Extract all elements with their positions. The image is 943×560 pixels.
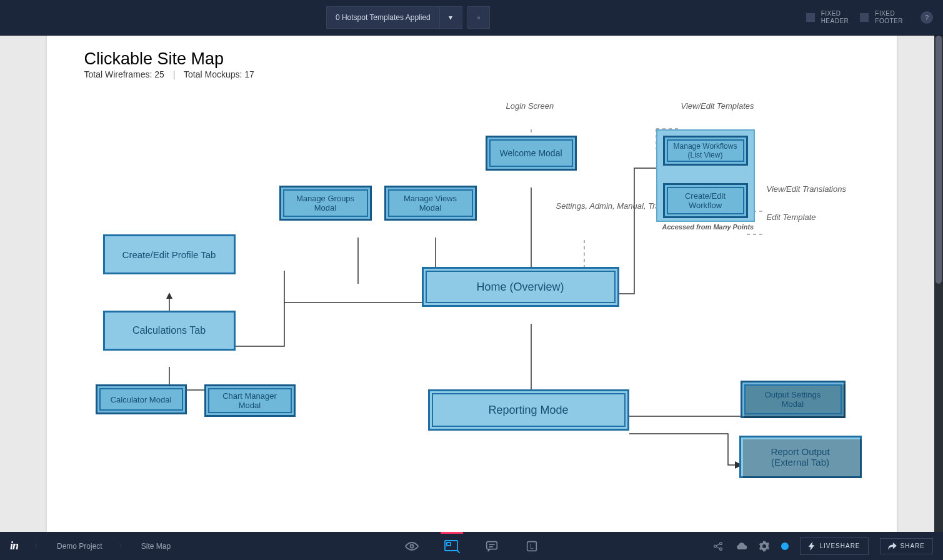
scrollbar-thumb[interactable] [936,36,942,284]
mockups-count: 17 [244,69,254,79]
share-network-icon [712,541,724,552]
node-label: Chart Manager Modal [222,391,277,410]
liveshare-label: LIVESHARE [819,542,860,549]
node-manage-views[interactable]: Manage Views Modal [384,186,477,221]
canvas-viewport[interactable]: Clickable Site Map Total Wireframes: 25 … [0,36,943,532]
note-view-edit-translations: View/Edit Translations [767,184,846,194]
hotspot-icon [444,539,460,553]
node-create-edit-workflow[interactable]: Create/Edit Workflow [663,183,748,218]
timer-button[interactable] [467,6,490,29]
settings-button[interactable] [759,541,770,552]
divider: | [173,69,176,79]
preview-mode-button[interactable] [403,538,421,555]
comment-mode-button[interactable] [483,538,501,555]
node-welcome-modal[interactable]: Welcome Modal [486,136,577,171]
breadcrumb-page[interactable]: Site Map [141,542,171,551]
topbar-center: 0 Hotspot Templates Applied ▾ [326,6,490,29]
topbar-right: FIXED HEADER FIXED FOOTER ? [806,10,933,25]
stopwatch-icon [477,12,481,22]
note-login-screen: Login Screen [506,101,554,111]
chevron-right-icon: 〉 [34,542,41,551]
wireframes-count: 25 [154,69,164,79]
mode-switcher: L [403,538,541,555]
node-label: Create/Edit Profile Tab [122,249,216,260]
node-manage-workflows[interactable]: Manage Workflows (List View) [663,136,748,166]
history-icon: L [525,539,539,553]
node-manage-groups[interactable]: Manage Groups Modal [279,186,372,221]
liveshare-button[interactable]: LIVESHARE [800,538,868,555]
node-label: Calculations Tab [132,325,206,336]
node-home[interactable]: Home (Overview) [422,267,619,307]
node-label: Report Output (External Tab) [771,446,829,468]
svg-line-26 [716,546,720,548]
cloud-icon [735,541,747,551]
chevron-down-icon: ▾ [449,13,452,22]
node-calculator-modal[interactable]: Calculator Modal [96,384,187,414]
svg-marker-10 [166,292,172,299]
cloud-button[interactable] [735,541,747,551]
svg-rect-16 [447,542,451,546]
chevron-right-icon: 〉 [119,542,125,551]
node-calculations-tab[interactable]: Calculations Tab [103,311,236,351]
share-network-button[interactable] [712,541,724,552]
svg-text:L: L [530,542,534,549]
svg-point-14 [410,544,413,548]
node-label: Reporting Mode [488,404,568,417]
share-button[interactable]: SHARE [880,538,933,554]
eye-icon [404,539,419,554]
history-mode-button[interactable]: L [523,538,541,555]
artboard[interactable]: Clickable Site Map Total Wireframes: 25 … [47,36,897,532]
node-label: Welcome Modal [499,148,562,158]
share-label: SHARE [901,542,925,549]
comment-icon [485,539,499,553]
checkbox-icon [806,13,815,22]
help-button[interactable]: ? [921,11,933,24]
wireframes-label: Total Wireframes: [84,69,152,79]
note-accessed-many: Accessed from Many Points [662,223,754,231]
hotspot-templates-dropdown[interactable]: ▾ [440,6,462,29]
hotspot-templates-label: 0 Hotspot Templates Applied [336,13,431,22]
node-label: Manage Views Modal [404,194,457,212]
gear-icon [759,541,770,552]
svg-line-25 [716,544,720,546]
node-label: Home (Overview) [476,281,564,294]
share-arrow-icon [888,542,897,550]
node-label: Output Settings Modal [765,390,821,409]
hotspot-templates-pill[interactable]: 0 Hotspot Templates Applied [326,6,440,29]
topbar: 0 Hotspot Templates Applied ▾ FIXED HEAD… [0,0,943,36]
bolt-icon [808,542,816,551]
fixed-header-toggle[interactable]: FIXED HEADER [806,10,849,25]
page-title: Clickable Site Map [84,49,224,69]
fixed-header-label: FIXED HEADER [821,10,849,25]
invision-logo[interactable]: in [10,539,18,552]
svg-rect-17 [486,541,497,549]
bottombar-right: LIVESHARE SHARE [712,538,933,555]
build-mode-button[interactable] [443,538,461,555]
scrollbar[interactable] [934,36,943,532]
fixed-footer-toggle[interactable]: FIXED FOOTER [860,10,903,25]
help-icon: ? [925,14,929,21]
breadcrumb: in 〉 Demo Project 〉 Site Map [10,539,171,552]
fixed-footer-label: FIXED FOOTER [875,10,903,25]
note-view-edit-templates: View/Edit Templates [681,101,754,111]
node-report-output[interactable]: Report Output (External Tab) [739,436,862,478]
node-chart-manager-modal[interactable]: Chart Manager Modal [204,384,296,417]
mockups-label: Total Mockups: [184,69,242,79]
node-reporting-mode[interactable]: Reporting Mode [428,389,629,431]
checkbox-icon [860,13,869,22]
node-label: Calculator Modal [111,395,172,404]
bottombar: in 〉 Demo Project 〉 Site Map L [0,532,943,560]
breadcrumb-project[interactable]: Demo Project [57,542,102,551]
node-label: Create/Edit Workflow [685,191,726,210]
page-subtitle: Total Wireframes: 25 | Total Mockups: 17 [84,69,254,79]
node-create-edit-profile[interactable]: Create/Edit Profile Tab [103,234,236,274]
node-output-settings-modal[interactable]: Output Settings Modal [741,381,846,418]
node-label: Manage Groups Modal [296,194,354,212]
node-label: Manage Workflows (List View) [674,142,737,159]
note-edit-template: Edit Template [767,212,816,222]
status-indicator[interactable] [781,542,789,550]
